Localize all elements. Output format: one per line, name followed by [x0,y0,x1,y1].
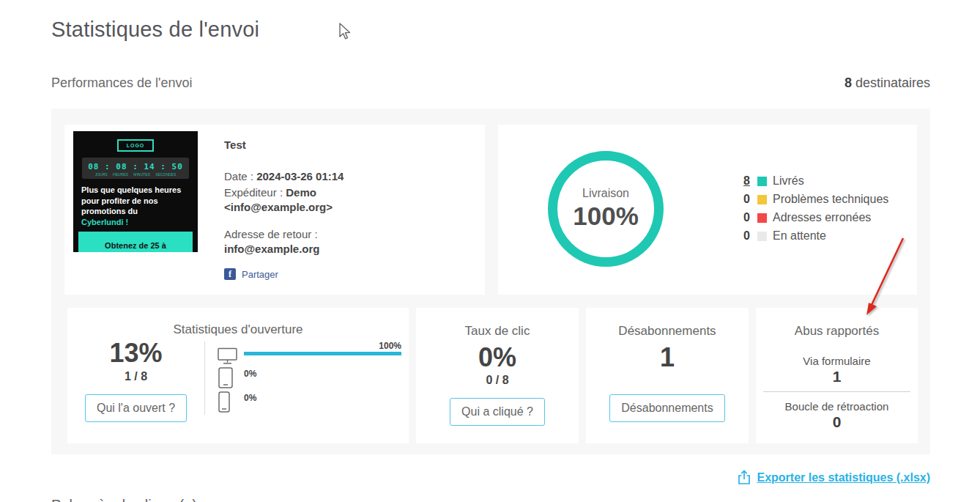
recipients-number: 8 [844,75,852,90]
open-rate-block: 13% 1 / 8 Qui l'a ouvert ? [67,340,204,422]
abuse-title: Abus rapportés [795,324,879,339]
delivered-count-link[interactable]: 8 [743,174,754,188]
click-rate-card: Taux de clic 0% 0 / 8 Qui a cliqué ? [416,308,579,443]
vertical-divider [204,342,205,415]
export-link[interactable]: Exporter les statistiques (.xlsx) [738,470,930,485]
donut-value: 100% [573,202,639,231]
delivery-card: Livraison 100% 8 Livrés 0 Problèmes tech… [498,125,917,295]
technical-label: Problèmes techniques [773,193,888,206]
delivery-legend: 8 Livrés 0 Problèmes techniques 0 Adress… [743,174,888,248]
send-date-line: Date : 2024-03-26 01:14 [224,169,475,183]
smartphone-icon [218,391,231,413]
page-title: Statistiques de l'envoi [51,18,259,42]
mouse-cursor-icon [338,23,352,42]
countdown-units: JOURS HEURES MINUTES SECONDES [82,171,189,177]
desktop-percent: 100% [244,342,401,350]
export-icon [738,470,751,485]
abuse-feedback-label: Boucle de rétroaction [785,400,889,413]
abuse-feedback-count: 0 [833,413,842,431]
abuse-divider [763,391,910,392]
facebook-share-link[interactable]: f Partager [224,268,278,280]
donut-label: Livraison [582,187,629,200]
desktop-icon [218,347,237,365]
sender-line: Expéditeur : Demo <info@example.org> [224,185,475,213]
recipients-count: 8 destinataires [844,75,930,91]
smartphone-percent: 0% [244,390,401,403]
sender-name: Demo [286,186,316,199]
device-row-tablet: 0% [218,366,401,390]
abuse-card: Abus rapportés Via formulaire 1 Boucle d… [756,308,918,443]
unsubscribes-card: Désabonnements 1 Désabonnements [586,308,749,443]
pending-count: 0 [743,229,754,243]
click-rate: 0% [478,344,516,371]
reply-address-value: info@example.org [224,243,319,255]
tablet-percent: 0% [244,366,401,379]
legend-row-wrong-address: 0 Adresses erronées [743,211,888,224]
technical-color-square [757,195,767,204]
open-stats-card: Statistiques d'ouverture 13% 1 / 8 Qui l… [67,308,409,443]
wrong-address-label: Adresses erronées [773,211,871,224]
technical-count: 0 [743,193,754,206]
wrong-address-count: 0 [743,211,754,224]
who-opened-button[interactable]: Qui l'a ouvert ? [85,394,187,422]
abuse-form-label: Via formulaire [803,355,870,367]
tablet-icon [218,367,234,389]
unsubscribes-count: 1 [660,344,675,371]
legend-row-delivered: 8 Livrés [743,174,888,188]
wrong-address-color-square [757,213,767,223]
click-fraction: 0 / 8 [486,374,508,387]
delivered-label: Livrés [773,174,804,188]
sender-address: <info@example.org> [224,201,333,213]
thumbnail-countdown: 08 : 08 : 14 : 50 JOURS HEURES MINUTES S… [82,158,189,179]
reply-address-label: Adresse de retour : [224,227,475,241]
thumbnail-cta-button: Obtenez de 25 à 50% de rabais [78,232,193,252]
delivered-color-square [757,177,767,186]
email-preview-card: LOGO 08 : 08 : 14 : 50 JOURS HEURES MINU… [64,125,485,295]
email-thumbnail[interactable]: LOGO 08 : 08 : 14 : 50 JOURS HEURES MINU… [73,131,198,252]
countdown-digits: 08 : 08 : 14 : 50 [82,162,189,171]
abuse-form-count: 1 [833,368,842,385]
legend-row-technical: 0 Problèmes techniques [743,193,888,206]
device-row-desktop: 100% [218,342,401,366]
unsubscribes-title: Désabonnements [618,324,716,339]
export-link-label: Exporter les statistiques (.xlsx) [757,471,930,484]
stats-panel: LOGO 08 : 08 : 14 : 50 JOURS HEURES MINU… [51,108,930,454]
delivery-donut-chart: Livraison 100% [548,151,664,267]
open-fraction: 1 / 8 [67,370,204,383]
pending-color-square [757,232,767,241]
click-rate-title: Taux de clic [465,324,530,339]
thumbnail-headline: Plus que quelques heures pour profiter d… [81,185,190,227]
device-row-smartphone: 0% [218,390,401,414]
who-clicked-button[interactable]: Qui a cliqué ? [450,398,545,426]
thumbnail-highlight: Cyberlundi ! [81,217,190,228]
share-label: Partager [242,269,278,280]
legend-row-pending: 0 En attente [743,229,888,243]
unsubscribes-button[interactable]: Désabonnements [609,394,724,422]
campaign-name: Test [224,138,475,152]
thumbnail-logo: LOGO [117,139,155,152]
next-section-clipped-heading: Palmarès des liens (..) [51,497,197,502]
desktop-open-bar [244,352,401,355]
send-date-value: 2024-03-26 01:14 [256,170,344,182]
facebook-icon: f [224,268,236,280]
device-breakdown: 100% 0% 0% [218,342,401,414]
performance-header-row: Performances de l'envoi 8 destinataires [51,75,930,91]
open-stats-title: Statistiques d'ouverture [67,322,409,337]
pending-label: En attente [773,229,826,243]
open-rate: 13% [67,340,204,366]
email-details: Test Date : 2024-03-26 01:14 Expéditeur … [224,138,475,256]
recipients-label: destinataires [852,75,930,90]
section-title: Performances de l'envoi [51,75,193,91]
